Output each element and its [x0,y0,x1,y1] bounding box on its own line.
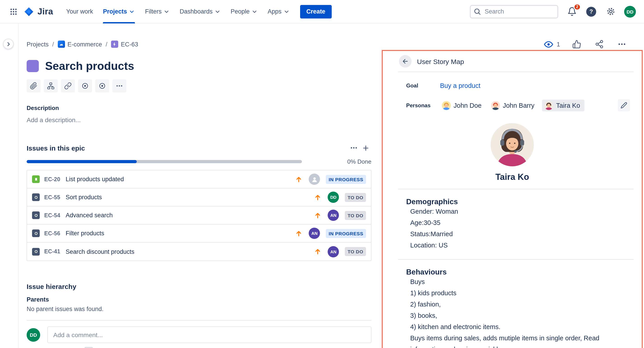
issue-key-link[interactable]: EC-41 [44,248,60,255]
persona-avatar-icon [544,101,553,110]
search-input[interactable] [470,5,558,18]
persona-portrait [490,123,534,166]
status-badge[interactable]: TO DO [345,193,366,202]
priority-high-icon [314,211,322,219]
issue-column: Search products [27,59,372,348]
issue-summary[interactable]: Search discount products [66,248,134,255]
status-badge[interactable]: IN PROGRESS [326,229,366,238]
nav-item-dashboards[interactable]: Dashboards [180,0,221,23]
epic-issues-title: Issues in this epic [27,144,85,152]
nav-item-label: Filters [145,8,162,15]
nav-item-your-work[interactable]: Your work [66,0,93,23]
create-button[interactable]: Create [300,5,332,18]
persona-chip-john-doe[interactable]: John Doe [440,99,483,111]
target-icon [98,82,106,90]
goal-link[interactable]: Buy a product [440,82,480,89]
epic-progress-row: 0% Done [27,158,372,165]
chevron-down-icon [284,8,290,15]
gear-icon [606,7,615,16]
jira-logo-icon [24,6,34,17]
ring-icon [34,249,38,254]
issue-toolbar [27,79,372,92]
edit-personas-button[interactable] [618,99,630,111]
epic-color-icon [27,60,39,72]
target-button[interactable] [95,79,109,92]
issue-row[interactable]: EC-56 Filter products AN IN PROGRESS [27,224,371,242]
nav-item-people[interactable]: People [230,0,258,23]
behaviour-item: 2) fashion, [410,299,624,310]
help-icon: ? [586,6,596,16]
personas-row: Personas John Doe [406,99,630,111]
epic-issue-list: EC-20 List products updated IN PROGRESS [27,170,372,261]
epic-progress-fill [27,160,137,163]
expand-sidebar-button[interactable] [3,39,14,49]
description-label: Description [27,105,372,111]
issue-row-meta: AN TO DO [314,246,366,257]
issue-row[interactable]: EC-55 Sort products DD TO DO [27,188,371,206]
more-actions-button[interactable] [616,38,628,50]
behaviours-section: Behaviours Buys 1) kids products 2) fash… [406,268,624,348]
link-issue-button[interactable] [61,79,75,92]
issue-row[interactable]: EC-54 Advanced search AN TO DO [27,206,371,224]
comment-row: DD [27,326,372,343]
notifications-button[interactable]: 2 [566,6,578,17]
scope-button[interactable] [78,79,92,92]
behaviours-title: Behaviours [406,268,624,276]
issue-key-link[interactable]: EC-20 [44,176,60,182]
status-badge[interactable]: IN PROGRESS [326,175,366,184]
issue-key-link[interactable]: EC-55 [44,194,60,200]
behaviour-item: Buys [410,276,624,288]
like-button[interactable] [571,38,582,50]
assignee-avatar[interactable]: AN [328,246,339,257]
back-button[interactable] [399,55,412,68]
demographic-item: Location: US [410,240,624,251]
status-badge[interactable]: TO DO [345,247,366,256]
description-placeholder[interactable]: Add a description... [27,116,372,124]
divider [398,259,634,260]
persona-chip-john-barry[interactable]: John Barry [489,99,536,111]
more-tools-button[interactable] [112,79,126,92]
demographics-section: Demographics Gender: Woman Age:30-35 Sta… [406,197,624,251]
app-switcher-icon[interactable] [6,4,21,19]
issue-summary[interactable]: List products updated [66,176,124,182]
issue-summary[interactable]: Sort products [66,194,102,201]
page-title[interactable]: Search products [45,59,134,73]
attach-button[interactable] [27,79,40,92]
watch-button[interactable]: 1 [544,39,560,49]
nav-item-apps[interactable]: Apps [268,0,290,23]
issue-summary[interactable]: Filter products [66,230,104,237]
share-button[interactable] [594,38,605,50]
assignee-avatar[interactable]: DD [328,191,339,203]
status-badge[interactable]: TO DO [345,211,366,220]
settings-button[interactable] [605,6,616,17]
ring-icon [34,195,38,199]
issue-row[interactable]: EC-20 List products updated IN PROGRESS [27,171,371,188]
breadcrumb-issue[interactable]: EC-63 [111,41,138,48]
epic-more-button[interactable] [348,143,360,153]
story-type-icon [32,175,40,183]
arrow-left-icon [402,58,409,65]
help-button[interactable]: ? [585,6,597,17]
add-child-issue-button[interactable] [44,79,58,92]
issue-summary[interactable]: Advanced search [66,212,113,219]
issue-key-link[interactable]: EC-56 [44,230,60,236]
epic-add-issue-button[interactable] [360,143,372,153]
assignee-avatar-unassigned[interactable] [309,174,320,185]
breadcrumb-project[interactable]: E-commerce [58,41,102,48]
issue-row[interactable]: EC-41 Search discount products AN TO DO [27,242,371,261]
issue-key-link[interactable]: EC-54 [44,212,60,218]
user-avatar[interactable]: DD [624,6,636,17]
share-icon [595,40,604,49]
current-user-avatar: DD [27,328,40,342]
task-type-icon [32,211,40,219]
persona-chip-taira-ko[interactable]: Taira Ko [542,99,584,111]
comment-input[interactable] [48,326,372,343]
nav-item-filters[interactable]: Filters [145,0,170,23]
top-navbar: Jira Your work Projects Filters Dashboar… [0,0,644,23]
person-avatar-icon [442,101,451,110]
assignee-avatar[interactable]: AN [328,210,339,221]
assignee-avatar[interactable]: AN [309,228,320,239]
jira-logo[interactable]: Jira [24,6,53,17]
nav-item-projects[interactable]: Projects [103,0,135,23]
breadcrumb-projects[interactable]: Projects [27,41,49,48]
